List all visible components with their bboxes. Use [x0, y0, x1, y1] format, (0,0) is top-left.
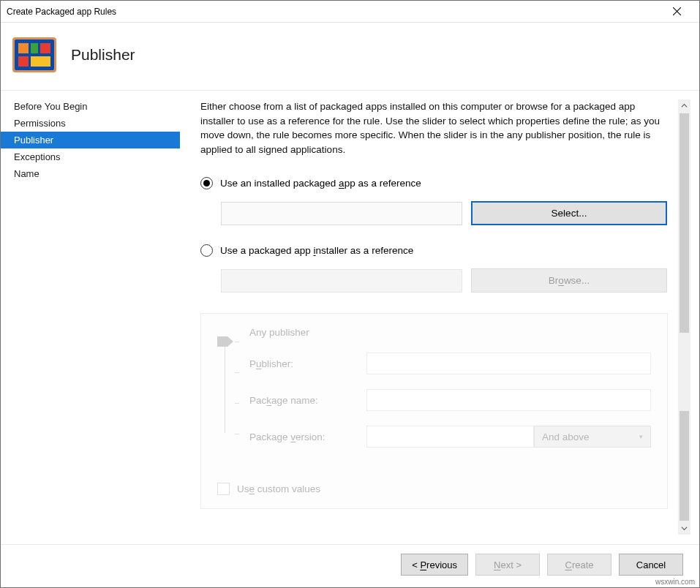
create-button: Create [547, 554, 611, 576]
scrollbar-thumb[interactable] [680, 411, 689, 521]
option-installed-app-label: Use an installed packaged app as a refer… [220, 178, 421, 189]
next-button: Next > [475, 554, 540, 576]
page-heading: Publisher [71, 46, 135, 64]
chevron-down-icon: ▾ [639, 433, 643, 440]
svg-rect-8 [31, 56, 50, 67]
step-permissions[interactable]: Permissions [1, 115, 180, 132]
option-installer-label: Use a packaged app installer as a refere… [220, 245, 413, 256]
installed-app-reference-input[interactable] [221, 202, 462, 225]
svg-rect-5 [31, 43, 38, 53]
version-mode-select: And above ▾ [534, 426, 651, 448]
wizard-window: Create Packaged app Rules Publisher Befo… [0, 0, 700, 588]
wizard-footer: < Previous Next > Create Cancel [1, 544, 699, 576]
scope-slider [217, 336, 249, 439]
window-title: Create Packaged app Rules [7, 7, 661, 17]
content-scrollbar[interactable] [678, 99, 690, 535]
wizard-body: Before You Begin Permissions Publisher E… [1, 90, 699, 535]
package-version-label: Package version: [249, 431, 366, 442]
svg-rect-7 [18, 56, 29, 67]
use-custom-values-label: Use custom values [237, 483, 320, 494]
use-custom-values-row: Use custom values [217, 483, 651, 495]
select-button[interactable]: Select... [471, 201, 667, 225]
step-publisher[interactable]: Publisher [1, 132, 180, 148]
option-installed-app[interactable]: Use an installed packaged app as a refer… [200, 177, 668, 189]
rule-scope-detail: Any publisher Publisher: Package name: P… [200, 313, 668, 509]
publisher-label: Publisher: [249, 358, 366, 369]
use-custom-values-checkbox [217, 483, 230, 495]
watermark: wsxwin.com [655, 578, 695, 586]
scroll-down-icon[interactable] [678, 522, 690, 535]
content-area: Either choose from a list of packaged ap… [180, 91, 699, 535]
close-button[interactable] [661, 1, 693, 22]
publisher-input [366, 353, 651, 374]
wizard-steps: Before You Begin Permissions Publisher E… [1, 91, 180, 535]
applocker-icon [11, 31, 58, 78]
step-name[interactable]: Name [1, 165, 180, 182]
browse-button: Browse... [471, 268, 667, 293]
svg-rect-6 [40, 43, 50, 53]
any-publisher-label: Any publisher [249, 327, 366, 338]
step-exceptions[interactable]: Exceptions [1, 148, 180, 165]
cancel-button[interactable]: Cancel [619, 554, 683, 576]
package-version-input [366, 426, 534, 448]
close-icon [673, 7, 681, 15]
intro-text: Either choose from a list of packaged ap… [200, 99, 668, 157]
scroll-up-icon[interactable] [678, 99, 690, 112]
radio-installer[interactable] [200, 244, 213, 257]
installer-reference-input [221, 269, 462, 293]
titlebar: Create Packaged app Rules [1, 1, 699, 23]
package-name-label: Package name: [249, 395, 366, 406]
option-installer[interactable]: Use a packaged app installer as a refere… [200, 244, 668, 257]
package-name-input [366, 389, 651, 411]
svg-rect-4 [18, 43, 29, 53]
scrollbar-thumb[interactable] [680, 113, 689, 333]
wizard-header: Publisher [1, 23, 699, 90]
slider-thumb-icon [217, 336, 233, 347]
previous-button[interactable]: < Previous [401, 554, 468, 576]
step-before-you-begin[interactable]: Before You Begin [1, 98, 180, 115]
radio-installed-app[interactable] [200, 177, 213, 189]
